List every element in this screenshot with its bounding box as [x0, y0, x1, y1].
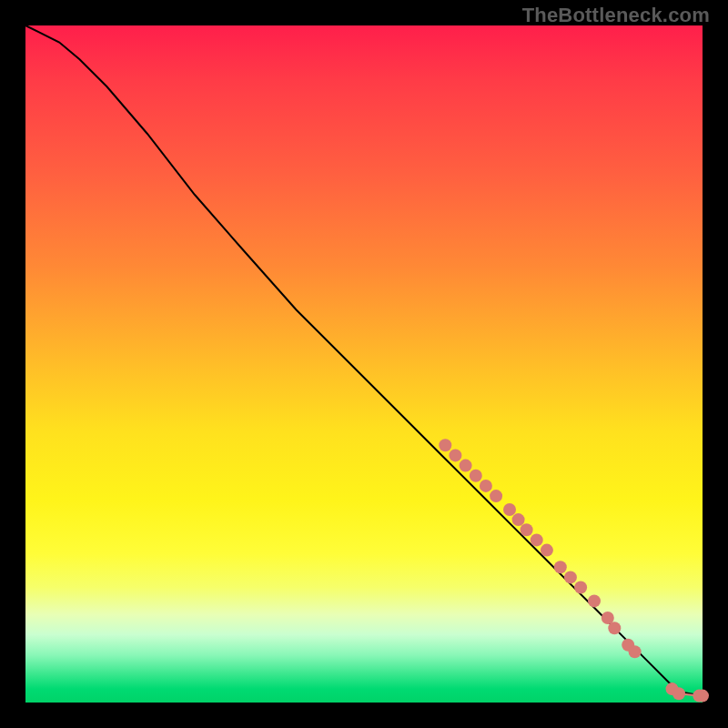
data-point	[512, 513, 525, 526]
data-point	[439, 439, 451, 451]
data-point	[531, 533, 543, 546]
data-point	[503, 503, 516, 516]
data-point	[672, 687, 685, 700]
data-point	[629, 645, 642, 658]
data-point	[490, 490, 502, 502]
data-point	[554, 561, 567, 573]
data-point	[608, 622, 621, 634]
data-point	[470, 470, 482, 482]
chart-svg	[25, 25, 703, 703]
bottleneck-curve	[25, 25, 703, 696]
data-point	[480, 480, 492, 492]
data-point	[541, 544, 553, 557]
data-point	[574, 581, 587, 594]
chart-frame: TheBottleneck.com	[0, 0, 728, 728]
watermark-text: TheBottleneck.com	[522, 4, 710, 27]
data-point	[564, 571, 577, 583]
data-point	[460, 460, 472, 472]
data-point	[588, 594, 601, 607]
plot-area	[25, 25, 703, 703]
data-point	[521, 523, 533, 536]
data-point	[449, 449, 461, 461]
data-point	[696, 690, 709, 703]
